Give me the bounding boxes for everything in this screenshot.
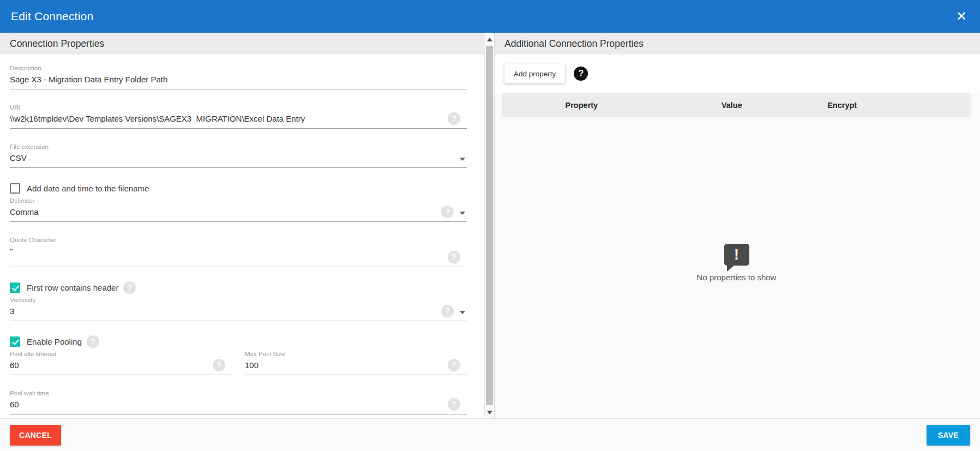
enable-pooling-row: Enable Pooling ? bbox=[10, 335, 467, 347]
properties-table-header: Property Value Encrypt bbox=[502, 93, 971, 117]
uri-label: URI bbox=[10, 104, 467, 111]
first-row-header-checkbox[interactable] bbox=[10, 282, 20, 293]
pool-idle-timeout-field: Pool idle timeout ? bbox=[10, 350, 232, 375]
pool-idle-timeout-label: Pool idle timeout bbox=[10, 350, 232, 358]
description-label: Description bbox=[10, 64, 467, 72]
pool-idle-timeout-help-icon[interactable]: ? bbox=[213, 359, 225, 371]
delimiter-help-icon[interactable]: ? bbox=[441, 206, 454, 218]
connection-properties-form: Description URI ? File extension CSV Add… bbox=[0, 55, 484, 418]
uri-input[interactable] bbox=[10, 111, 467, 129]
scrollbar-down-icon[interactable] bbox=[487, 411, 492, 414]
pool-wait-time-field: Pool wait time ? bbox=[10, 389, 467, 414]
pool-idle-timeout-input[interactable] bbox=[10, 358, 232, 375]
pool-wait-time-help-icon[interactable]: ? bbox=[448, 398, 460, 411]
quote-character-field: Quote Character ? bbox=[10, 236, 467, 267]
verbosity-label: Verbosity bbox=[10, 296, 467, 304]
connection-properties-header: Connection Properties bbox=[0, 33, 484, 55]
file-extension-select[interactable]: CSV bbox=[10, 151, 467, 168]
dialog-title: Edit Connection bbox=[11, 10, 93, 23]
add-property-button[interactable]: Add property bbox=[504, 64, 565, 83]
verbosity-field: Verbosity 3 ? bbox=[10, 296, 467, 321]
column-header-value: Value bbox=[662, 101, 802, 110]
dialog-footer: CANCEL SAVE bbox=[0, 418, 980, 451]
enable-pooling-help-icon[interactable]: ? bbox=[87, 335, 99, 348]
delimiter-select[interactable]: Comma bbox=[10, 205, 467, 222]
pool-wait-time-label: Pool wait time bbox=[10, 389, 467, 397]
close-icon[interactable]: ✕ bbox=[956, 10, 967, 23]
exclamation-bubble-icon: ! bbox=[724, 244, 749, 266]
column-header-property: Property bbox=[502, 101, 662, 110]
first-row-header-label: First row contains header bbox=[27, 283, 118, 292]
save-button[interactable]: SAVE bbox=[927, 425, 970, 446]
verbosity-help-icon[interactable]: ? bbox=[441, 305, 454, 317]
add-datetime-row: Add date and time to the filename bbox=[10, 182, 467, 194]
additional-properties-header: Additional Connection Properties bbox=[495, 33, 980, 55]
properties-table-body: ! No properties to show bbox=[495, 117, 980, 418]
cancel-button[interactable]: CANCEL bbox=[10, 425, 61, 446]
enable-pooling-checkbox[interactable] bbox=[10, 336, 20, 347]
file-extension-field: File extension CSV bbox=[10, 143, 467, 168]
scrollbar-up-icon[interactable] bbox=[487, 38, 492, 41]
add-datetime-label: Add date and time to the filename bbox=[27, 184, 149, 193]
column-header-encrypt: Encrypt bbox=[802, 101, 882, 110]
additional-properties-title: Additional Connection Properties bbox=[504, 38, 644, 50]
description-input[interactable] bbox=[10, 72, 467, 89]
quote-character-help-icon[interactable]: ? bbox=[448, 251, 460, 263]
empty-state: ! No properties to show bbox=[495, 244, 978, 282]
enable-pooling-label: Enable Pooling bbox=[27, 337, 82, 346]
connection-properties-panel: Connection Properties Description URI ? … bbox=[0, 33, 494, 418]
uri-field: URI ? bbox=[10, 104, 467, 129]
empty-state-text: No properties to show bbox=[495, 273, 978, 282]
file-extension-dropdown-icon[interactable] bbox=[460, 158, 465, 161]
pool-wait-time-input[interactable] bbox=[10, 397, 467, 414]
dialog-content: Connection Properties Description URI ? … bbox=[0, 33, 980, 418]
quote-character-label: Quote Character bbox=[10, 236, 467, 244]
left-panel-scrollbar[interactable] bbox=[484, 34, 494, 418]
uri-help-icon[interactable]: ? bbox=[448, 112, 460, 125]
additional-properties-toolbar: Add property ? bbox=[495, 55, 980, 93]
connection-properties-title: Connection Properties bbox=[10, 38, 104, 50]
pooling-settings-row: Pool idle timeout ? Max Pool Size ? bbox=[10, 350, 467, 375]
delimiter-field: Delimiter Comma ? bbox=[10, 197, 467, 222]
edit-connection-dialog: Edit Connection ✕ Connection Properties … bbox=[0, 0, 980, 451]
file-extension-label: File extension bbox=[10, 143, 467, 151]
max-pool-size-field: Max Pool Size ? bbox=[245, 350, 467, 375]
first-row-header-row: First row contains header ? bbox=[10, 281, 467, 293]
max-pool-size-label: Max Pool Size bbox=[245, 350, 467, 358]
verbosity-dropdown-icon[interactable] bbox=[460, 311, 465, 314]
add-datetime-checkbox[interactable] bbox=[10, 183, 20, 194]
delimiter-dropdown-icon[interactable] bbox=[460, 212, 465, 215]
scrollbar-thumb[interactable] bbox=[486, 46, 493, 405]
delimiter-label: Delimiter bbox=[10, 197, 467, 205]
additional-properties-panel: Additional Connection Properties Add pro… bbox=[494, 33, 980, 418]
description-field: Description bbox=[10, 64, 467, 89]
verbosity-select[interactable]: 3 bbox=[10, 304, 467, 321]
max-pool-size-help-icon[interactable]: ? bbox=[448, 359, 460, 371]
max-pool-size-input[interactable] bbox=[245, 358, 467, 375]
add-property-help-icon[interactable]: ? bbox=[574, 67, 588, 81]
first-row-header-help-icon[interactable]: ? bbox=[123, 281, 136, 294]
dialog-titlebar: Edit Connection ✕ bbox=[0, 0, 980, 33]
quote-character-input[interactable] bbox=[10, 244, 467, 267]
